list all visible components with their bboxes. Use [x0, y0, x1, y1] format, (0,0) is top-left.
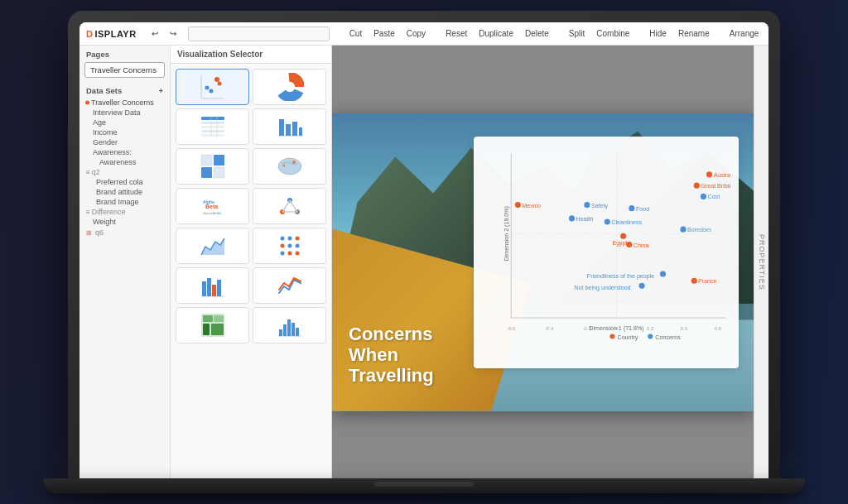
viz-bar[interactable]: [253, 108, 326, 145]
viz-word-cloud[interactable]: AlphaBetaGammaDelta: [176, 188, 249, 224]
chart-container: Dimension 1 (71.8%) Dimension 2 (19.0%) …: [474, 137, 739, 368]
viz-map[interactable]: [253, 148, 326, 185]
add-dataset-button[interactable]: +: [158, 86, 163, 95]
delete-button[interactable]: Delete: [522, 28, 552, 39]
properties-panel[interactable]: PROPERTIES: [754, 46, 768, 478]
combine-button[interactable]: Combine: [593, 28, 633, 39]
svg-point-105: [610, 334, 614, 338]
svg-point-2: [217, 82, 221, 86]
svg-rect-12: [201, 126, 224, 128]
viz-pie[interactable]: [253, 69, 326, 105]
svg-text:Friendliness of the people: Friendliness of the people: [587, 273, 654, 280]
viz-grid: AlphaBetaGammaDelta: [171, 64, 331, 348]
copy-button[interactable]: Copy: [403, 28, 429, 39]
dataset-age[interactable]: Age: [80, 118, 170, 127]
viz-scatter[interactable]: [176, 69, 249, 105]
svg-text:Beta: Beta: [205, 204, 218, 209]
logo-d: D: [86, 29, 93, 39]
dataset-traveller-concerns[interactable]: Traveller Concerns: [80, 98, 170, 108]
svg-rect-14: [201, 134, 224, 137]
svg-rect-11: [201, 122, 224, 124]
paste-button[interactable]: Paste: [370, 28, 398, 39]
dataset-brand-image[interactable]: Brand Image: [80, 197, 170, 207]
slide-heading: Concerns When Travelling: [349, 324, 434, 386]
svg-point-9: [285, 82, 295, 92]
svg-text:0.8: 0.8: [714, 325, 721, 331]
split-button[interactable]: Split: [566, 28, 588, 39]
svg-rect-0: [200, 74, 225, 99]
svg-point-41: [295, 237, 299, 241]
app-container: DISPLAYR ↩ ↪ Cut Paste Copy Reset Duplic…: [80, 22, 768, 478]
svg-text:Not being understood: Not being understood: [575, 285, 631, 291]
svg-text:-0.4: -0.4: [545, 325, 554, 331]
svg-rect-51: [217, 280, 221, 296]
slide-heading-line2: When: [349, 344, 434, 365]
svg-point-85: [626, 241, 632, 247]
arrange-button[interactable]: Arrange: [726, 28, 763, 39]
app-logo: DISPLAYR: [86, 29, 137, 39]
svg-text:Cleanliness: Cleanliness: [611, 219, 642, 226]
viz-area[interactable]: [176, 228, 249, 264]
dataset-awareness-label: Awareness:: [80, 147, 170, 157]
svg-rect-20: [299, 127, 302, 136]
viz-table[interactable]: [176, 108, 249, 145]
sort-button[interactable]: Sort: [767, 28, 768, 39]
viz-network[interactable]: [253, 188, 326, 224]
svg-point-89: [701, 193, 706, 199]
svg-point-39: [280, 237, 284, 241]
svg-point-107: [648, 334, 653, 338]
viz-selector: Visualization Selector: [171, 46, 332, 478]
logo-rest: ISPLAYR: [94, 29, 136, 39]
duplicate-button[interactable]: Duplicate: [475, 28, 517, 39]
redo-button[interactable]: ↪: [166, 28, 180, 39]
svg-point-3: [205, 86, 209, 90]
dataset-brand-attitude[interactable]: Brand attitude: [80, 187, 170, 197]
cut-button[interactable]: Cut: [346, 28, 366, 39]
dataset-interview-data[interactable]: Interview Data: [80, 108, 170, 118]
svg-point-4: [209, 89, 213, 94]
viz-column-chart[interactable]: [176, 267, 249, 304]
rename-button[interactable]: Rename: [675, 28, 713, 39]
svg-text:0.5: 0.5: [681, 325, 688, 331]
svg-point-28: [282, 165, 285, 167]
svg-text:Food: Food: [636, 205, 649, 212]
slide[interactable]: Concerns When Travelling: [332, 113, 754, 411]
page-item-traveller-concerns[interactable]: Traveller Concerns: [84, 62, 165, 78]
svg-point-44: [295, 244, 299, 248]
dataset-awareness[interactable]: Awareness: [80, 157, 170, 167]
svg-text:France: France: [698, 278, 716, 285]
dataset-income[interactable]: Income: [80, 127, 170, 137]
search-input[interactable]: [188, 26, 330, 41]
svg-point-43: [287, 244, 292, 248]
svg-point-81: [515, 202, 521, 208]
pages-title: Pages: [80, 46, 170, 60]
viz-choropleth[interactable]: [176, 307, 249, 343]
svg-rect-17: [279, 119, 284, 136]
svg-rect-62: [296, 328, 299, 336]
svg-point-97: [605, 218, 610, 224]
svg-rect-60: [287, 319, 291, 336]
svg-text:China: China: [634, 242, 649, 248]
svg-point-93: [629, 205, 634, 211]
svg-point-40: [287, 237, 292, 241]
canvas-area[interactable]: Concerns When Travelling: [332, 46, 754, 478]
data-sets-title: Data Sets +: [80, 79, 170, 98]
svg-point-95: [569, 215, 575, 221]
dataset-preferred-cola[interactable]: Preferred cola: [80, 177, 170, 187]
hide-button[interactable]: Hide: [646, 28, 670, 39]
dataset-weight[interactable]: Weight: [80, 217, 170, 227]
svg-line-36: [282, 200, 290, 212]
svg-rect-22: [201, 155, 212, 166]
svg-point-46: [287, 252, 292, 256]
dataset-gender[interactable]: Gender: [80, 137, 170, 147]
viz-histogram[interactable]: [253, 307, 326, 343]
viz-line-chart[interactable]: [253, 267, 326, 304]
svg-rect-10: [201, 117, 224, 120]
svg-point-101: [660, 271, 666, 276]
viz-dots-matrix[interactable]: [253, 228, 326, 264]
svg-point-99: [680, 226, 686, 232]
svg-rect-25: [214, 167, 224, 178]
undo-button[interactable]: ↩: [148, 28, 161, 39]
viz-grid-chart[interactable]: [176, 148, 249, 185]
reset-button[interactable]: Reset: [442, 28, 470, 39]
